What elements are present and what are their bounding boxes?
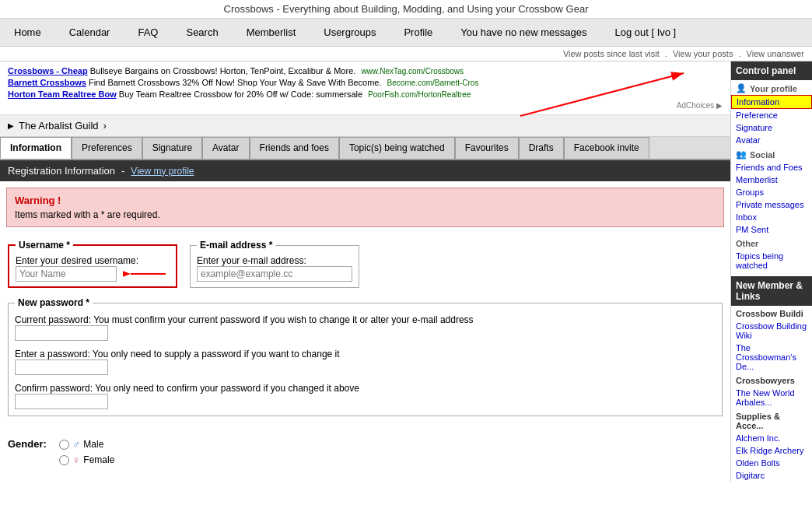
username-fieldset: Username * Enter your desired username:: [8, 240, 177, 288]
nav-profile[interactable]: Profile: [390, 19, 446, 46]
tab-signature[interactable]: Signature: [142, 137, 202, 159]
username-input[interactable]: [16, 266, 117, 282]
nav-home[interactable]: Home: [0, 19, 55, 46]
email-input[interactable]: [197, 266, 352, 282]
gender-options: ♂ Male ♀ Female: [59, 438, 115, 466]
sidebar-crossbowman-link[interactable]: The Crossbowman's De...: [731, 342, 812, 373]
warning-box: Warning ! Items marked with a * are requ…: [6, 188, 724, 227]
new-password-input[interactable]: [15, 359, 108, 375]
social-icon: 👥: [736, 149, 747, 160]
nav-messages[interactable]: You have no new messages: [446, 19, 600, 46]
warning-title: Warning !: [15, 195, 716, 206]
username-label: Enter your desired username:: [16, 255, 170, 266]
sec-nav-unanswer[interactable]: View unanswer: [747, 49, 804, 58]
current-password-label: Current password: You must confirm your …: [15, 314, 716, 325]
confirm-password-input[interactable]: [15, 394, 108, 409]
ad-item-2: Barnett Crossbows Find Barnett Crossbows…: [8, 78, 723, 87]
sidebar-elk-ridge-link[interactable]: Elk Ridge Archery: [731, 444, 812, 457]
nav-logout[interactable]: Log out [ Ivo ]: [600, 19, 690, 46]
guild-header: ▶ The Arbalist Guild ›: [0, 115, 730, 137]
email-fieldset: E-mail address * Enter your e-mail addre…: [190, 240, 359, 288]
nav-faq[interactable]: FAQ: [124, 19, 172, 46]
username-legend: Username *: [16, 240, 73, 251]
ad-title-1[interactable]: Crossbows - Cheap: [8, 66, 88, 75]
header-separator: -: [121, 165, 124, 177]
tab-drafts[interactable]: Drafts: [519, 137, 564, 159]
sidebar-social-category: 👥 Social: [731, 146, 812, 161]
tab-topics-watched[interactable]: Topic(s) being watched: [339, 137, 455, 159]
sidebar-crossbowyers-title: Crossbowyers: [731, 373, 812, 387]
sidebar-new-member-header: New Member & Links: [731, 276, 812, 306]
sidebar-signature-link[interactable]: Signature: [731, 121, 812, 134]
ads-area: Crossbows - Cheap Bullseye Bargains on C…: [0, 61, 730, 115]
guild-label: The Arbalist Guild: [19, 120, 99, 132]
ad-url-1: www.NexTag.com/Crossbows: [361, 67, 464, 75]
sidebar-other-category: Other: [731, 236, 812, 250]
tab-preferences[interactable]: Preferences: [72, 137, 142, 159]
main-layout: Crossbows - Cheap Bullseye Bargains on C…: [0, 61, 812, 482]
adchoices: AdChoices ▶: [8, 101, 723, 110]
sidebar-preference-link[interactable]: Preference: [731, 109, 812, 121]
sec-nav-your-posts[interactable]: View your posts: [673, 49, 733, 58]
sec-nav-posts-since[interactable]: View posts since last visit: [563, 49, 660, 58]
ad-title-2[interactable]: Barnett Crossbows: [8, 78, 86, 87]
gender-male-option: ♂ Male: [59, 438, 115, 451]
nav-memberlist[interactable]: Memberlist: [233, 19, 310, 46]
nav-bar: Home Calendar FAQ Search Memberlist User…: [0, 19, 812, 47]
ad-url-3: PoorFish.com/HortonRealtree: [368, 90, 471, 99]
sidebar-pm-sent-link[interactable]: PM Sent: [731, 223, 812, 236]
current-password-input[interactable]: [15, 325, 108, 341]
person-icon: 👤: [736, 83, 747, 93]
sidebar-inbox-link[interactable]: Inbox: [731, 211, 812, 223]
warning-text: Items marked with a * are required.: [15, 209, 716, 220]
password-fieldset: New password * Current password: You mus…: [8, 297, 723, 416]
email-legend: E-mail address *: [197, 240, 275, 251]
gender-male-radio[interactable]: [59, 440, 69, 450]
sidebar-groups-link[interactable]: Groups: [731, 186, 812, 198]
view-my-profile-link[interactable]: View my profile: [131, 166, 194, 177]
sidebar-supplies-title: Supplies & Acce...: [731, 409, 812, 432]
nav-usergroups[interactable]: Usergroups: [310, 19, 390, 46]
password-legend: New password *: [15, 297, 93, 308]
sidebar-control-panel-header: Control panel: [731, 61, 812, 80]
confirm-password-label: Confirm password: You only need to confi…: [15, 383, 716, 394]
female-icon: ♀: [72, 454, 81, 466]
tab-avatar[interactable]: Avatar: [202, 137, 249, 159]
nav-calendar[interactable]: Calendar: [55, 19, 124, 46]
sidebar-memberlist-link[interactable]: Memberlist: [731, 174, 812, 186]
sidebar-avatar-link[interactable]: Avatar: [731, 134, 812, 146]
sidebar-olden-bolts-link[interactable]: Olden Bolts: [731, 457, 812, 469]
sidebar-alchem-link[interactable]: Alchem Inc.: [731, 432, 812, 444]
triangle-icon: ▶: [8, 121, 14, 130]
sidebar-information-link[interactable]: Information: [731, 95, 812, 109]
tab-information[interactable]: Information: [0, 137, 72, 159]
guild-separator: ›: [103, 120, 107, 132]
sidebar-new-world-link[interactable]: The New World Arbales...: [731, 387, 812, 409]
male-icon: ♂: [72, 438, 81, 451]
new-password-label: Enter a password: You only need to suppl…: [15, 349, 716, 359]
ad-url-2: Become.com/Barnett-Cros: [387, 79, 479, 87]
tab-facebook-invite[interactable]: Facebook invite: [564, 137, 649, 159]
ad-item-1: Crossbows - Cheap Bullseye Bargains on C…: [8, 66, 723, 75]
tab-favourites[interactable]: Favourites: [455, 137, 519, 159]
profile-tabs: Information Preferences Signature Avatar…: [0, 137, 730, 160]
sidebar-private-messages-link[interactable]: Private messages: [731, 198, 812, 211]
gender-female-radio[interactable]: [59, 455, 69, 465]
sidebar-digitarc-link[interactable]: Digitarc: [731, 469, 812, 482]
gender-male-label: Male: [83, 439, 103, 450]
ad-text-2: Find Barnett Crossbows 32% Off Now! Shop…: [89, 78, 382, 87]
username-email-row: Username * Enter your desired username:: [8, 240, 723, 288]
tab-friends-foes[interactable]: Friends and foes: [250, 137, 339, 159]
site-title: Crossbows - Everything about Building, M…: [0, 0, 812, 19]
sidebar-crossbow-building-title: Crossbow Buildi: [731, 306, 812, 320]
registration-header: Registration Information - View my profi…: [0, 160, 730, 181]
sidebar-friends-foes-link[interactable]: Friends and Foes: [731, 161, 812, 174]
ad-item-3: Horton Team Realtree Bow Buy Team Realtr…: [8, 89, 723, 99]
nav-search[interactable]: Search: [172, 19, 232, 46]
sidebar-topics-watched-link[interactable]: Topics being watched: [731, 250, 812, 272]
ad-title-3[interactable]: Horton Team Realtree Bow: [8, 89, 117, 99]
ad-text-3: Buy Team Realtree Crossbow for 20% Off w…: [119, 89, 362, 99]
username-arrow-icon: [123, 266, 170, 282]
main-content: Crossbows - Cheap Bullseye Bargains on C…: [0, 61, 730, 482]
sidebar-crossbow-wiki-link[interactable]: Crossbow Building Wiki: [731, 320, 812, 342]
